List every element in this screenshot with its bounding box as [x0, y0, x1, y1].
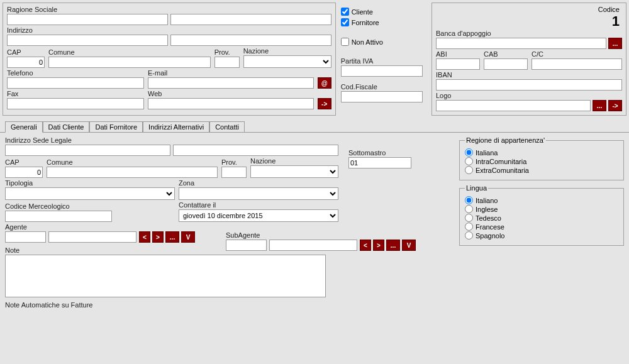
non-attivo-label: Non Attivo: [352, 38, 383, 46]
tab-dati-fornitore[interactable]: Dati Fornitore: [89, 121, 143, 133]
gen-nazione-label: Nazione: [250, 157, 338, 165]
tipologia-label: Tipologia: [5, 179, 175, 187]
banca-input[interactable]: [436, 38, 606, 49]
logo-input[interactable]: [436, 100, 591, 111]
regione-italiana-label: Italiana: [476, 149, 498, 157]
lingua-fieldset: Lingua Italiano Inglese Tedesco Francese…: [459, 184, 624, 246]
indirizzo-2-input[interactable]: [170, 35, 331, 46]
chevron-right-icon: >: [156, 234, 160, 241]
cod-fiscale-input[interactable]: [341, 91, 423, 102]
sede-2-input[interactable]: [173, 145, 338, 156]
iban-input[interactable]: [436, 79, 622, 91]
partita-iva-input[interactable]: [341, 65, 423, 77]
banca-more-button[interactable]: ...: [608, 38, 622, 49]
indirizzo-sede-label: Indirizzo Sede Legale: [5, 136, 338, 144]
cap-input[interactable]: [7, 57, 45, 68]
comune-input[interactable]: [48, 57, 211, 68]
cap-label: CAP: [7, 48, 45, 56]
subagente-code-input[interactable]: [226, 240, 267, 251]
fax-input[interactable]: [7, 98, 144, 109]
sottomastro-input[interactable]: [348, 157, 411, 168]
more-icon: ...: [597, 102, 602, 109]
cc-input[interactable]: [532, 58, 622, 70]
prov-input[interactable]: [214, 57, 240, 68]
agente-next-button[interactable]: >: [152, 231, 164, 243]
agente-prev-button[interactable]: <: [139, 231, 150, 243]
indirizzo-label: Indirizzo: [7, 26, 331, 34]
email-input[interactable]: [148, 77, 314, 89]
cc-label: C/C: [532, 50, 622, 58]
arrow-right-icon: ->: [321, 101, 327, 108]
ragione-sociale-1-input[interactable]: [7, 14, 168, 25]
cab-input[interactable]: [484, 58, 528, 70]
fornitore-label: Fornitore: [352, 19, 379, 26]
chevron-left-icon: <: [143, 234, 147, 241]
codice-value: 1: [612, 13, 620, 30]
cod-fiscale-label: Cod.Fiscale: [341, 83, 426, 91]
fornitore-checkbox[interactable]: [341, 18, 349, 26]
gen-nazione-select[interactable]: [250, 165, 338, 178]
lingua-spagnolo-radio[interactable]: [465, 231, 473, 240]
indirizzo-1-input[interactable]: [7, 35, 168, 46]
ragione-sociale-label: Ragione Sociale: [7, 6, 331, 13]
agente-more-button[interactable]: ...: [165, 231, 179, 243]
arrow-right-icon: ->: [612, 102, 618, 109]
iban-label: IBAN: [436, 71, 622, 79]
lingua-italiano-label: Italiano: [476, 197, 498, 204]
regione-fieldset: Regione di appartenenza' Italiana IntraC…: [459, 136, 624, 180]
abi-label: ABI: [436, 50, 480, 58]
agente-name-input[interactable]: [48, 231, 136, 243]
web-go-button[interactable]: ->: [318, 98, 331, 109]
regione-intra-radio[interactable]: [465, 157, 473, 165]
gen-comune-label: Comune: [47, 158, 218, 166]
regione-legend: Regione di appartenenza': [465, 136, 546, 144]
tab-indirizzi-alternativi[interactable]: Indirizzi Alternativi: [143, 121, 209, 133]
more-icon: ...: [391, 242, 396, 249]
agente-code-input[interactable]: [5, 231, 46, 243]
non-attivo-checkbox[interactable]: [341, 38, 349, 46]
sede-1-input[interactable]: [5, 145, 170, 156]
tab-contatti[interactable]: Contatti: [209, 121, 245, 133]
subagente-down-button[interactable]: V: [402, 240, 416, 251]
gen-prov-label: Prov.: [221, 158, 247, 166]
nazione-select[interactable]: [243, 55, 331, 68]
gen-prov-input[interactable]: [221, 167, 247, 178]
more-icon: ...: [613, 40, 618, 47]
subagente-more-button[interactable]: ...: [386, 240, 400, 251]
regione-extra-radio[interactable]: [465, 166, 473, 174]
subagente-label: SubAgente: [226, 231, 440, 239]
codice-merc-input[interactable]: [5, 211, 112, 222]
lingua-inglese-radio[interactable]: [465, 205, 473, 213]
cliente-checkbox[interactable]: [341, 8, 349, 16]
subagente-name-input[interactable]: [269, 240, 357, 251]
abi-input[interactable]: [436, 58, 480, 70]
top-panels: Ragione Sociale Indirizzo: [0, 0, 629, 118]
chevron-left-icon: <: [364, 242, 367, 249]
fax-label: Fax: [7, 90, 144, 97]
agente-down-button[interactable]: V: [181, 231, 195, 243]
subagente-prev-button[interactable]: <: [360, 240, 371, 251]
comune-label: Comune: [48, 48, 211, 56]
logo-go-button[interactable]: ->: [608, 100, 622, 111]
tab-dati-cliente[interactable]: Dati Cliente: [43, 121, 90, 133]
tipologia-select[interactable]: [5, 187, 175, 200]
note-textarea[interactable]: [5, 255, 326, 297]
lingua-tedesco-label: Tedesco: [476, 214, 501, 222]
tab-strip: Generali Dati Cliente Dati Fornitore Ind…: [5, 121, 629, 132]
tab-generali[interactable]: Generali: [5, 121, 43, 133]
note-auto-label: Note Automatiche su Fatture: [5, 301, 338, 309]
email-button[interactable]: @: [318, 77, 331, 89]
lingua-italiano-radio[interactable]: [465, 196, 473, 204]
ragione-sociale-2-input[interactable]: [170, 14, 331, 25]
web-input[interactable]: [148, 98, 314, 109]
contattare-select[interactable]: giovedì 10 dicembre 2015: [179, 209, 338, 222]
zona-select[interactable]: [179, 187, 338, 200]
subagente-next-button[interactable]: >: [373, 240, 384, 251]
lingua-francese-radio[interactable]: [465, 223, 473, 231]
regione-italiana-radio[interactable]: [465, 148, 473, 157]
gen-comune-input[interactable]: [47, 167, 218, 178]
gen-cap-input[interactable]: [5, 167, 43, 178]
telefono-input[interactable]: [7, 77, 144, 89]
lingua-tedesco-radio[interactable]: [465, 214, 473, 222]
logo-more-button[interactable]: ...: [593, 100, 606, 111]
